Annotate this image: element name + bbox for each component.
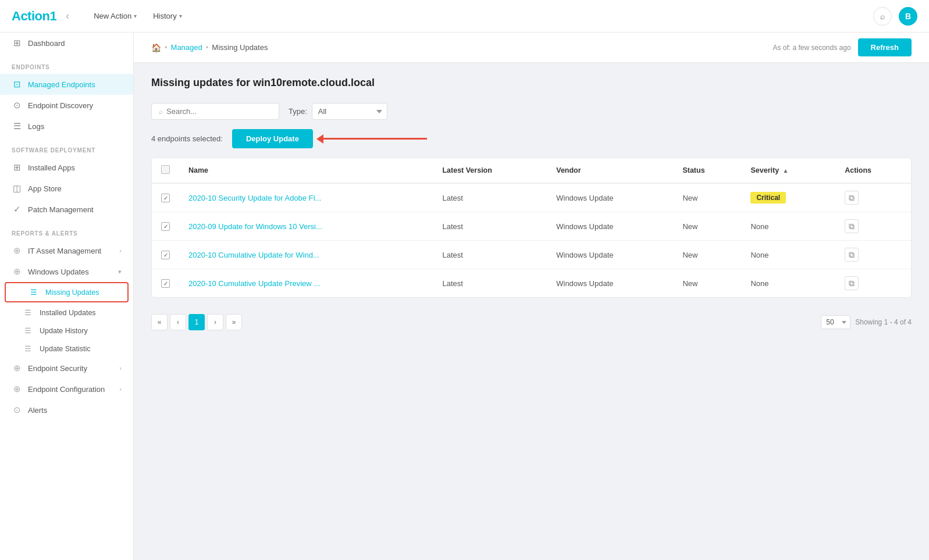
row-checkbox[interactable] <box>161 251 170 259</box>
sidebar-item-alerts[interactable]: ⊙ Alerts <box>0 400 133 420</box>
search-icon: ⌕ <box>159 108 163 116</box>
breadcrumb-separator: • <box>206 43 209 52</box>
sidebar-item-it-asset-management[interactable]: ⊕ IT Asset Management › <box>0 240 133 261</box>
copy-action-icon[interactable]: ⧉ <box>845 248 859 262</box>
windows-updates-icon: ⊕ <box>12 266 22 277</box>
col-vendor: Vendor <box>547 158 673 183</box>
pagination-next[interactable]: › <box>207 314 223 330</box>
search-box: ⌕ <box>151 103 279 120</box>
patch-management-icon: ✓ <box>12 204 22 215</box>
app-logo: Action1 <box>12 9 56 24</box>
chevron-down-icon: ▾ <box>179 13 182 19</box>
search-input[interactable] <box>166 107 272 116</box>
cell-latest-version: Latest <box>433 212 547 241</box>
sidebar-item-label: Logs <box>28 122 44 131</box>
it-asset-icon: ⊕ <box>12 245 22 256</box>
cell-name: 2020-10 Cumulative Update for Wind... <box>179 241 433 269</box>
cell-severity: None <box>741 212 835 241</box>
cell-latest-version: Latest <box>433 183 547 212</box>
alerts-icon: ⊙ <box>12 405 22 415</box>
select-all-checkbox[interactable] <box>161 165 170 174</box>
update-history-icon: ☰ <box>24 326 34 335</box>
deploy-update-button[interactable]: Deploy Update <box>232 129 313 148</box>
copy-action-icon[interactable]: ⧉ <box>845 276 859 290</box>
sidebar-item-endpoint-configuration[interactable]: ⊕ Endpoint Configuration › <box>0 379 133 400</box>
table-row: 2020-10 Cumulative Update for Wind... La… <box>152 241 911 269</box>
sidebar-item-logs[interactable]: ☰ Logs <box>0 116 133 137</box>
col-severity[interactable]: Severity ▲ <box>741 158 835 183</box>
sidebar-item-missing-updates[interactable]: ☰ Missing Updates <box>6 283 127 301</box>
sidebar-item-app-store[interactable]: ◫ App Store <box>0 178 133 199</box>
cell-latest-version: Latest <box>433 269 547 298</box>
severity-text: None <box>750 251 768 259</box>
row-checkbox[interactable] <box>161 279 170 288</box>
breadcrumb-parent[interactable]: Managed <box>171 43 202 52</box>
sidebar-item-windows-updates[interactable]: ⊕ Windows Updates ▾ <box>0 261 133 282</box>
row-checkbox[interactable] <box>161 222 170 231</box>
sidebar-item-label: Installed Apps <box>28 163 75 172</box>
cell-severity: None <box>741 241 835 269</box>
content-area: Missing updates for win10remote.cloud.lo… <box>134 63 929 349</box>
endpoint-configuration-icon: ⊕ <box>12 384 22 394</box>
sidebar-collapse-button[interactable]: ‹ <box>66 10 69 22</box>
red-arrow <box>322 138 427 140</box>
managed-endpoints-icon: ⊡ <box>12 79 22 90</box>
filters-bar: ⌕ Type: All Security Critical Optional <box>151 103 912 120</box>
missing-updates-icon: ☰ <box>30 288 40 297</box>
sidebar-item-label: Alerts <box>28 406 47 415</box>
pagination-page-1[interactable]: 1 <box>188 314 205 330</box>
cell-vendor: Windows Update <box>547 183 673 212</box>
topnav-menu: New Action ▾ History ▾ <box>87 7 873 25</box>
sidebar: ⊞ Dashboard ENDPOINTS ⊡ Managed Endpoint… <box>0 33 134 560</box>
endpoint-discovery-icon: ⊙ <box>12 100 22 110</box>
topnav-history[interactable]: History ▾ <box>146 7 188 25</box>
topnav-search-icon[interactable]: ⌕ <box>873 7 892 26</box>
installed-apps-icon: ⊞ <box>12 162 22 173</box>
sidebar-item-update-history[interactable]: ☰ Update History <box>0 322 133 340</box>
avatar[interactable]: B <box>899 7 917 26</box>
severity-text: None <box>750 222 768 231</box>
cell-status: New <box>673 212 741 241</box>
copy-action-icon[interactable]: ⧉ <box>845 191 859 205</box>
col-name: Name <box>179 158 433 183</box>
sidebar-item-patch-management[interactable]: ✓ Patch Management <box>0 199 133 220</box>
per-page-select[interactable]: 50 25 100 <box>821 315 850 329</box>
topnav-new-action-label: New Action <box>94 12 131 20</box>
sidebar-item-installed-updates[interactable]: ☰ Installed Updates <box>0 304 133 322</box>
sidebar-section-reports-alerts: REPORTS & ALERTS <box>0 220 133 240</box>
pagination-controls: « ‹ 1 › » <box>151 314 242 330</box>
pagination-prev[interactable]: ‹ <box>170 314 186 330</box>
sidebar-item-update-statistic[interactable]: ☰ Update Statistic <box>0 340 133 358</box>
cell-vendor: Windows Update <box>547 241 673 269</box>
col-latest-version: Latest Version <box>433 158 547 183</box>
refresh-button[interactable]: Refresh <box>858 38 912 56</box>
sidebar-item-endpoint-security[interactable]: ⊕ Endpoint Security › <box>0 358 133 379</box>
home-icon[interactable]: 🏠 <box>151 43 161 52</box>
breadcrumb-separator: • <box>165 43 168 52</box>
type-select[interactable]: All Security Critical Optional <box>312 103 387 120</box>
layout: ⊞ Dashboard ENDPOINTS ⊡ Managed Endpoint… <box>0 33 929 560</box>
sidebar-item-label: Managed Endpoints <box>28 80 95 89</box>
sidebar-item-installed-apps[interactable]: ⊞ Installed Apps <box>0 157 133 178</box>
sidebar-sub-item-label: Installed Updates <box>40 309 96 317</box>
dashboard-icon: ⊞ <box>12 38 22 48</box>
sidebar-sub-item-label: Update History <box>40 327 88 335</box>
chevron-down-icon: ▾ <box>118 268 122 276</box>
sidebar-item-label: Dashboard <box>28 39 65 48</box>
sidebar-item-dashboard[interactable]: ⊞ Dashboard <box>0 33 133 53</box>
pagination-bar: « ‹ 1 › » 50 25 100 Showing 1 - 4 of 4 <box>151 309 912 335</box>
row-checkbox[interactable] <box>161 194 170 202</box>
app-store-icon: ◫ <box>12 183 22 194</box>
sidebar-item-label: Endpoint Configuration <box>28 385 105 394</box>
pagination-last[interactable]: » <box>226 314 242 330</box>
pagination-first[interactable]: « <box>151 314 168 330</box>
topnav-new-action[interactable]: New Action ▾ <box>87 7 144 25</box>
sidebar-item-managed-endpoints[interactable]: ⊡ Managed Endpoints <box>0 74 133 95</box>
sidebar-item-endpoint-discovery[interactable]: ⊙ Endpoint Discovery <box>0 95 133 116</box>
severity-badge: Critical <box>750 192 786 204</box>
copy-action-icon[interactable]: ⧉ <box>845 219 859 233</box>
showing-text: Showing 1 - 4 of 4 <box>855 318 912 326</box>
updates-table-wrapper: Name Latest Version Vendor Status Severi… <box>151 158 912 298</box>
logs-icon: ☰ <box>12 121 22 131</box>
topnav: Action1 ‹ New Action ▾ History ▾ ⌕ B <box>0 0 929 33</box>
